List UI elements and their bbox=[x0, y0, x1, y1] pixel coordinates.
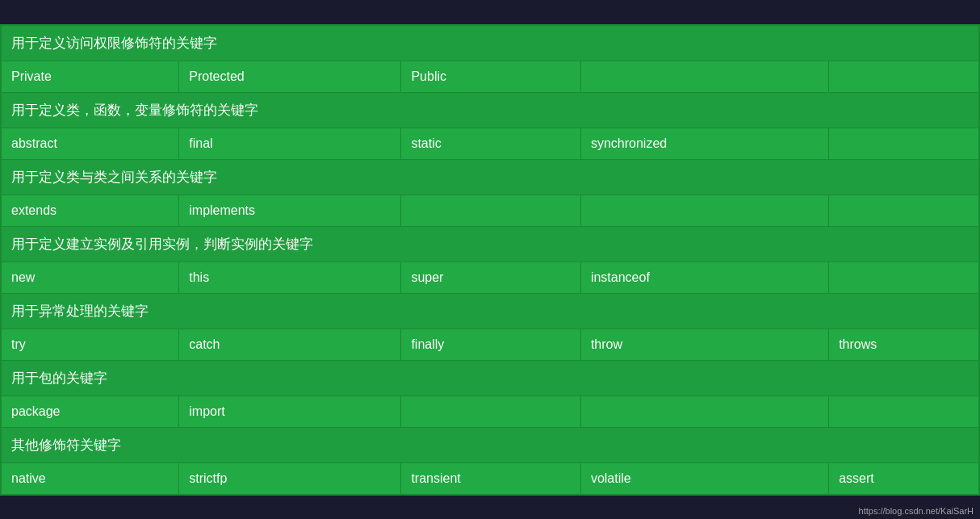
keyword-cell bbox=[829, 396, 979, 427]
keyword-cell: Protected bbox=[179, 61, 401, 92]
keyword-cell: assert bbox=[829, 462, 979, 494]
section-header-cell: 用于定义类与类之间关系的关键字 bbox=[2, 159, 979, 195]
keyword-cell: static bbox=[401, 128, 581, 159]
watermark: https://blog.csdn.net/KaiSarH bbox=[859, 506, 974, 516]
section-header: 用于定义类，函数，变量修饰符的关键字 bbox=[2, 92, 979, 128]
keyword-cell: Private bbox=[2, 61, 179, 92]
keyword-cell: extends bbox=[2, 195, 179, 226]
keyword-cell: native bbox=[2, 462, 179, 494]
keyword-cell: finally bbox=[401, 329, 581, 360]
section-header: 用于定义访问权限修饰符的关键字 bbox=[2, 25, 979, 61]
keyword-cell: strictfp bbox=[179, 462, 401, 494]
keyword-cell bbox=[401, 195, 581, 226]
section-header-cell: 用于异常处理的关键字 bbox=[2, 293, 979, 329]
keyword-cell: implements bbox=[179, 195, 401, 226]
keywords-table: 用于定义访问权限修饰符的关键字PrivateProtectedPublic用于定… bbox=[1, 25, 979, 495]
keyword-cell bbox=[829, 61, 979, 92]
keyword-row: nativestrictfptransientvolatileassert bbox=[2, 462, 979, 494]
keyword-cell bbox=[401, 396, 581, 427]
keyword-cell: synchronized bbox=[580, 128, 828, 159]
keyword-cell bbox=[580, 195, 828, 226]
keyword-row: trycatchfinallythrowthrows bbox=[2, 329, 979, 360]
keyword-cell: throws bbox=[829, 329, 979, 360]
section-header: 用于异常处理的关键字 bbox=[2, 293, 979, 329]
keyword-cell bbox=[580, 61, 828, 92]
keyword-row: abstractfinalstaticsynchronized bbox=[2, 128, 979, 159]
keyword-row: PrivateProtectedPublic bbox=[2, 61, 979, 92]
section-header-cell: 用于定义类，函数，变量修饰符的关键字 bbox=[2, 92, 979, 128]
keyword-cell bbox=[829, 262, 979, 293]
keyword-cell: package bbox=[2, 396, 179, 427]
keyword-row: extendsimplements bbox=[2, 195, 979, 226]
section-header: 用于定义建立实例及引用实例，判断实例的关键字 bbox=[2, 226, 979, 262]
keyword-cell: this bbox=[179, 262, 401, 293]
keyword-cell: final bbox=[179, 128, 401, 159]
section-header: 用于定义类与类之间关系的关键字 bbox=[2, 159, 979, 195]
keyword-cell: super bbox=[401, 262, 581, 293]
main-container: 用于定义访问权限修饰符的关键字PrivateProtectedPublic用于定… bbox=[0, 24, 980, 496]
keyword-cell bbox=[580, 396, 828, 427]
section-header-cell: 用于定义建立实例及引用实例，判断实例的关键字 bbox=[2, 226, 979, 262]
keyword-cell: try bbox=[2, 329, 179, 360]
section-header: 其他修饰符关键字 bbox=[2, 427, 979, 462]
keyword-cell: new bbox=[2, 262, 179, 293]
section-header-cell: 用于定义访问权限修饰符的关键字 bbox=[2, 25, 979, 61]
keyword-row: newthissuperinstanceof bbox=[2, 262, 979, 293]
keyword-cell: abstract bbox=[2, 128, 179, 159]
keyword-cell: volatile bbox=[580, 462, 828, 494]
keyword-cell: Public bbox=[401, 61, 581, 92]
keyword-row: packageimport bbox=[2, 396, 979, 427]
keyword-cell bbox=[829, 128, 979, 159]
section-header: 用于包的关键字 bbox=[2, 360, 979, 396]
keyword-cell: instanceof bbox=[580, 262, 828, 293]
keyword-cell: import bbox=[179, 396, 401, 427]
section-header-cell: 用于包的关键字 bbox=[2, 360, 979, 396]
keyword-cell: catch bbox=[179, 329, 401, 360]
keyword-cell: throw bbox=[580, 329, 828, 360]
keyword-cell bbox=[829, 195, 979, 226]
section-header-cell: 其他修饰符关键字 bbox=[2, 427, 979, 462]
keyword-cell: transient bbox=[401, 462, 581, 494]
